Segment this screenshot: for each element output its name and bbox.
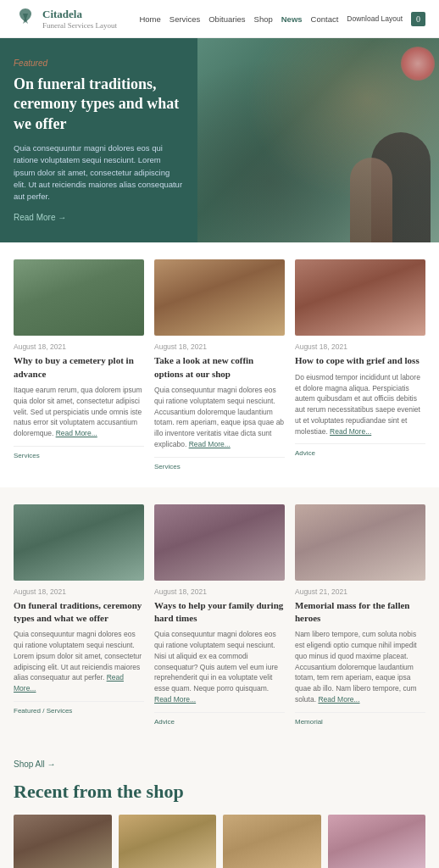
shop-item-3: Ceramic Urn $244.00 [223, 815, 321, 868]
blog-title-2: Take a look at new coffin options at our… [154, 354, 285, 381]
read-more-4[interactable]: Read More... [14, 673, 124, 693]
blog-tag-6: Memorial [295, 712, 425, 726]
blog-tag-2: Services [154, 457, 285, 470]
blog-excerpt-5: Quia consequuntur magni dolores eos qui … [154, 629, 285, 704]
nav-services[interactable]: Services [169, 14, 200, 24]
nav-contact[interactable]: Contact [311, 14, 339, 24]
blog-card-4: August 18, 2021 On funeral traditions, c… [14, 504, 144, 726]
logo: Citadela Funeral Services Layout [14, 7, 117, 31]
blog-card-3: August 18, 2021 How to cope with grief a… [295, 259, 425, 470]
nav-obituaries[interactable]: Obituaries [208, 14, 245, 24]
shop-all-link[interactable]: Shop All → [14, 760, 55, 769]
read-more-5[interactable]: Read More... [154, 695, 196, 704]
blog-tag-1: Services [14, 446, 144, 459]
blog-excerpt-4: Quia consequuntur magni dolores eos qui … [14, 629, 144, 694]
blog-card-1: August 18, 2021 Why to buy a cemetery pl… [14, 259, 144, 470]
logo-icon [14, 7, 37, 31]
blog-title-3: How to cope with grief and loss [295, 354, 425, 367]
hero-flower [401, 47, 435, 81]
nav-shop[interactable]: Shop [254, 14, 273, 24]
shop-header: Shop All → [14, 760, 425, 769]
read-more-3[interactable]: Read More... [330, 427, 371, 436]
shop-item-1: Dark Oak Coffin $534.00 [14, 815, 112, 868]
blog-date-2: August 18, 2021 [154, 342, 285, 351]
hero-read-more[interactable]: Read More → [14, 213, 184, 222]
blog-card-5: August 18, 2021 Ways to help your family… [154, 504, 285, 726]
blog-image-1 [14, 259, 144, 336]
blog-excerpt-2: Quia consequuntur magni dolores eos qui … [154, 385, 285, 450]
blog-section-2: August 18, 2021 On funeral traditions, c… [0, 487, 439, 743]
blog-image-2 [154, 259, 285, 336]
blog-image-5 [154, 504, 285, 581]
nav-news[interactable]: News [281, 14, 303, 24]
blog-tag-3: Advice [295, 443, 425, 457]
shop-image-1 [14, 815, 112, 868]
blog-date-1: August 18, 2021 [14, 342, 144, 351]
blog-image-4 [14, 504, 144, 581]
blog-grid-1: August 18, 2021 Why to buy a cemetery pl… [14, 259, 425, 470]
nav-home[interactable]: Home [139, 14, 160, 24]
blog-title-4: On funeral traditions, ceremony types an… [14, 599, 144, 626]
blog-title-6: Memorial mass for the fallen heroes [295, 599, 425, 626]
shop-section: Shop All → Recent from the shop Dark Oak… [0, 743, 439, 868]
hero-description: Quia consequuntur magni dolores eos qui … [14, 142, 184, 203]
blog-section-1: August 18, 2021 Why to buy a cemetery pl… [0, 242, 439, 487]
featured-label: Featured [14, 58, 184, 68]
blog-card-6: August 21, 2021 Memorial mass for the fa… [295, 504, 425, 726]
logo-name: Citadela [42, 8, 82, 20]
shop-item-4: Sympathy Bouquet $44.95 [328, 815, 426, 868]
shop-image-3 [223, 815, 321, 868]
blog-grid-2: August 18, 2021 On funeral traditions, c… [14, 504, 425, 726]
blog-date-4: August 18, 2021 [14, 587, 144, 596]
blog-image-6 [295, 504, 425, 581]
blog-date-3: August 18, 2021 [295, 342, 425, 351]
shop-image-2 [119, 815, 217, 868]
blog-excerpt-6: Nam libero tempore, cum soluta nobis est… [295, 629, 425, 704]
read-more-6[interactable]: Read More... [318, 695, 359, 704]
hero-text: Featured On funeral traditions, ceremony… [0, 38, 197, 242]
blog-date-5: August 18, 2021 [154, 587, 285, 596]
nav-download[interactable]: Download Layout [347, 14, 403, 23]
cart-badge[interactable]: 0 [411, 12, 425, 26]
blog-excerpt-3: Do eiusmod tempor incididunt ut labore e… [295, 372, 425, 437]
blog-title-5: Ways to help your family during hard tim… [154, 599, 285, 626]
nav-links: Home Services Obituaries Shop News Conta… [139, 12, 425, 26]
shop-item-2: Standing Spray $189.00 [119, 815, 217, 868]
hero-title: On funeral traditions, ceremony types an… [14, 75, 184, 134]
blog-tag-4: Featured / Services [14, 701, 144, 715]
shop-grid: Dark Oak Coffin $534.00 Standing Spray $… [14, 815, 425, 868]
blog-card-2: August 18, 2021 Take a look at new coffi… [154, 259, 285, 470]
shop-image-4 [328, 815, 426, 868]
shop-recent-title: Recent from the shop [14, 781, 425, 803]
blog-excerpt-1: Itaque earum rerum, qua dolorem ipsum qu… [14, 385, 144, 439]
read-more-2[interactable]: Read More... [189, 440, 231, 448]
hero-image [197, 38, 439, 242]
hero-figure-secondary [350, 158, 392, 242]
read-more-1[interactable]: Read More... [56, 429, 97, 437]
hero-section: Featured On funeral traditions, ceremony… [0, 38, 439, 242]
blog-title-1: Why to buy a cemetery plot in advance [14, 354, 144, 381]
blog-image-3 [295, 259, 425, 336]
navigation: Citadela Funeral Services Layout Home Se… [0, 0, 439, 38]
logo-sub: Funeral Services Layout [42, 21, 117, 30]
blog-tag-5: Advice [154, 712, 285, 726]
blog-date-6: August 21, 2021 [295, 587, 425, 596]
